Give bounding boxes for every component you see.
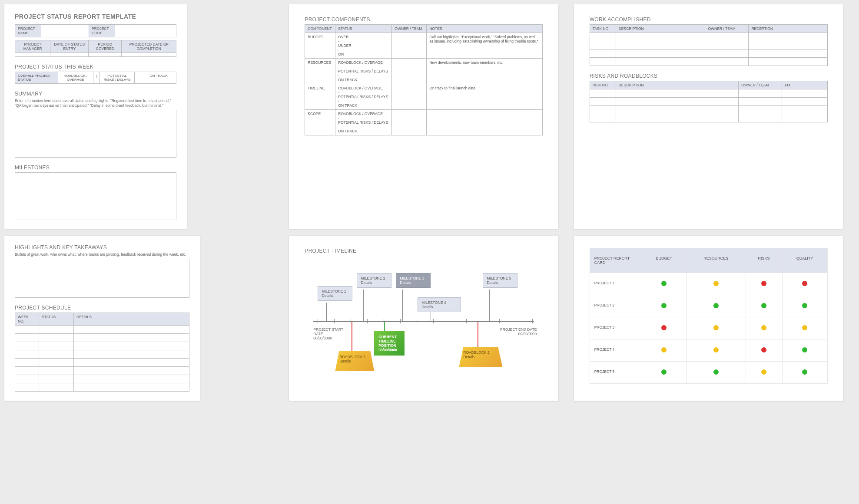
status-on-track[interactable]: ON TRACK	[141, 72, 176, 84]
cell[interactable]	[590, 49, 616, 58]
cell[interactable]	[705, 41, 749, 49]
status-potential-risks[interactable]: POTENTIAL RISKS / DELAYS	[100, 72, 135, 84]
connector	[402, 290, 403, 321]
cell[interactable]	[739, 98, 782, 106]
cell[interactable]	[590, 41, 616, 49]
cell[interactable]	[74, 350, 189, 359]
cell[interactable]	[122, 53, 176, 57]
cell[interactable]	[39, 342, 74, 350]
roadblock-2[interactable]: ROADBLOCK 2Details	[459, 347, 502, 367]
comp-notes[interactable]: Call out highlights: "Exceptional work,"…	[427, 33, 543, 59]
cell[interactable]	[705, 33, 749, 41]
cell[interactable]	[74, 375, 189, 383]
comp-notes[interactable]: New developments, new team members, etc.	[427, 59, 543, 84]
comp-owner[interactable]	[392, 33, 427, 59]
cell[interactable]	[616, 41, 705, 49]
cell[interactable]	[616, 89, 739, 98]
comp-status[interactable]: ROADBLOCK / OVERAGE - POTENTIAL RISKS / …	[335, 110, 392, 135]
cell[interactable]	[616, 49, 705, 58]
cell[interactable]	[39, 383, 74, 392]
cell[interactable]	[749, 33, 827, 41]
input-project-name[interactable]	[41, 25, 89, 37]
milestone-1[interactable]: MILESTONE 1Details	[318, 286, 352, 301]
comp-notes[interactable]	[427, 110, 543, 135]
cell[interactable]	[739, 114, 782, 122]
summary-input[interactable]	[15, 110, 176, 158]
cell[interactable]	[616, 114, 739, 122]
table-row: TIMELINEROADBLOCK / OVERAGE - POTENTIAL …	[305, 84, 543, 110]
status-dot	[746, 362, 782, 384]
cell[interactable]	[50, 53, 89, 57]
input-project-code[interactable]	[115, 25, 176, 37]
cell[interactable]	[39, 334, 74, 342]
cell[interactable]	[749, 49, 827, 58]
cell[interactable]	[15, 334, 39, 342]
comp-owner[interactable]	[392, 110, 427, 135]
milestone-3[interactable]: MILESTONE 3Details	[396, 273, 431, 288]
cell[interactable]	[74, 326, 189, 334]
comp-status[interactable]: ROADBLOCK / OVERAGE - POTENTIAL RISKS / …	[335, 84, 392, 110]
table-row: BUDGETOVER - UNDER - ONCall out highligh…	[305, 33, 543, 59]
cell[interactable]	[15, 326, 39, 334]
cell[interactable]	[15, 350, 39, 359]
comp-status[interactable]: ROADBLOCK / OVERAGE - POTENTIAL RISKS / …	[335, 59, 392, 84]
table-row	[15, 334, 189, 342]
status-dot	[782, 273, 827, 295]
cell[interactable]	[749, 58, 827, 66]
cell[interactable]	[749, 41, 827, 49]
cell[interactable]	[39, 326, 74, 334]
cell[interactable]	[739, 106, 782, 114]
milestone-2[interactable]: MILESTONE 2Details	[357, 273, 391, 288]
milestone-4[interactable]: MILESTONE 4Details	[418, 297, 461, 312]
cell[interactable]	[74, 367, 189, 375]
cell[interactable]	[739, 89, 782, 98]
roadblock-1[interactable]: ROADBLOCK 1Details	[335, 351, 374, 371]
milestones-input[interactable]	[15, 172, 176, 220]
cell[interactable]	[590, 58, 616, 66]
comp-status[interactable]: OVER - UNDER - ON	[335, 33, 392, 59]
cell[interactable]	[15, 359, 39, 367]
cell[interactable]	[74, 359, 189, 367]
components-table: COMPONENT STATUS OWNER / TEAM NOTES BUDG…	[305, 24, 543, 135]
milestone-5[interactable]: MILESTONE 5Details	[483, 273, 517, 288]
cell[interactable]	[782, 106, 827, 114]
cell[interactable]	[15, 375, 39, 383]
cell[interactable]	[39, 367, 74, 375]
cell[interactable]	[782, 98, 827, 106]
cell[interactable]	[590, 89, 616, 98]
project-label: PROJECT 5	[590, 362, 642, 384]
comp-owner[interactable]	[392, 59, 427, 84]
comp-notes[interactable]: On track to final launch date	[427, 84, 543, 110]
cell[interactable]	[616, 33, 705, 41]
cell[interactable]	[590, 114, 616, 122]
cell[interactable]	[705, 49, 749, 58]
cell[interactable]	[15, 53, 50, 57]
cell[interactable]	[15, 367, 39, 375]
col-projected-completion: PROJECTED DATE OF COMPLETION	[122, 40, 176, 53]
cell[interactable]	[616, 58, 705, 66]
page-work-risks: WORK ACCOMPLISHED TASK NO. DESCRIPTION O…	[574, 4, 843, 229]
highlights-input[interactable]	[15, 259, 189, 298]
cell[interactable]	[39, 375, 74, 383]
status-roadblock[interactable]: ROADBLOCK / OVERAGE	[58, 72, 93, 84]
cell[interactable]	[15, 383, 39, 392]
cell[interactable]	[590, 106, 616, 114]
cell[interactable]	[616, 106, 739, 114]
cell[interactable]	[590, 33, 616, 41]
cell[interactable]	[782, 89, 827, 98]
cell[interactable]	[89, 53, 122, 57]
cell[interactable]	[15, 342, 39, 350]
section-work-accomplished: WORK ACCOMPLISHED	[590, 16, 828, 23]
cell[interactable]	[74, 383, 189, 392]
comp-owner[interactable]	[392, 84, 427, 110]
cell[interactable]	[590, 98, 616, 106]
cell[interactable]	[74, 334, 189, 342]
cell[interactable]	[705, 58, 749, 66]
cell[interactable]	[616, 98, 739, 106]
cell[interactable]	[39, 350, 74, 359]
cell[interactable]	[39, 359, 74, 367]
cell[interactable]	[782, 114, 827, 122]
cell[interactable]	[74, 342, 189, 350]
connector	[431, 311, 431, 321]
current-timeline-position[interactable]: CURRENT TIMELINE POSITION00/00/0000	[374, 331, 405, 356]
